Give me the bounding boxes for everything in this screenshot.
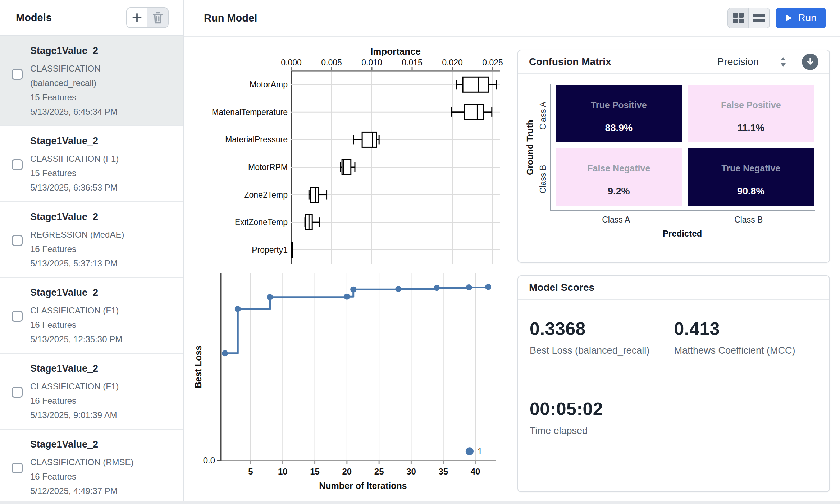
svg-text:Best Loss: Best Loss (193, 345, 203, 388)
score-value: 0.3368 (530, 319, 674, 339)
svg-text:MaterialPressure: MaterialPressure (225, 135, 288, 144)
model-checkbox[interactable] (12, 159, 23, 170)
confusion-matrix-title: Confusion Matrix (529, 56, 611, 68)
grid-view-button[interactable] (728, 8, 749, 28)
rows-view-icon (752, 12, 766, 24)
score-item: 0.3368Best Loss (balanced_recall) (530, 319, 674, 356)
model-name: Stage1Value_2 (30, 439, 172, 450)
score-label: Best Loss (balanced_recall) (530, 345, 674, 356)
score-item: 0.413Matthews Coefficient (MCC) (674, 319, 819, 356)
delete-model-button[interactable] (147, 8, 168, 27)
app-root: Models Stage1 (0, 0, 840, 504)
grid-view-icon (732, 12, 745, 24)
confusion-row-label: Class A (536, 84, 550, 147)
download-confusion-button[interactable] (802, 54, 818, 70)
svg-text:40: 40 (471, 467, 480, 476)
confusion-cells-grid: True Positive88.9%False Positive11.1%Fal… (550, 84, 815, 211)
model-actions-group (126, 7, 169, 28)
model-date: 5/13/2025, 5:37:13 PM (30, 256, 157, 271)
model-list-item[interactable]: Stage1Value_2CLASSIFICATION (F1)16 Featu… (0, 278, 183, 354)
model-type: CLASSIFICATION (RMSE) (30, 455, 157, 469)
plus-icon (131, 12, 143, 24)
score-value: 0.413 (674, 319, 819, 339)
svg-text:20: 20 (342, 467, 352, 476)
svg-text:30: 30 (406, 467, 416, 476)
model-checkbox[interactable] (12, 463, 23, 473)
model-date: 5/13/2025, 12:35:30 PM (30, 332, 157, 347)
model-type: CLASSIFICATION (balanced_recall) (30, 61, 157, 90)
confusion-cell-value: 90.8% (737, 186, 765, 197)
run-button[interactable]: Run (776, 8, 826, 28)
model-list-item[interactable]: Stage1Value_2CLASSIFICATION (balanced_re… (0, 36, 183, 126)
confusion-cell-label: False Negative (587, 163, 650, 174)
metric-sort-button[interactable] (779, 56, 788, 68)
bottom-scroll-strip[interactable] (0, 501, 840, 504)
score-value: 00:05:02 (530, 399, 674, 420)
model-meta: REGRESSION (MedAE)16 Features5/13/2025, … (30, 228, 157, 271)
sidebar-title: Models (16, 12, 52, 24)
svg-text:25: 25 (374, 467, 384, 476)
confusion-cell-value: 9.2% (608, 186, 630, 197)
confusion-matrix-panel: Confusion Matrix Precision (517, 50, 830, 263)
confusion-col-label: Class A (550, 215, 682, 225)
model-scores-panel: Model Scores 0.3368Best Loss (balanced_r… (517, 275, 830, 492)
confusion-row-label: Class B (536, 147, 550, 211)
model-date: 5/13/2025, 6:36:53 PM (30, 180, 157, 195)
model-checkbox[interactable] (12, 311, 23, 322)
model-features: 15 Features (30, 90, 157, 105)
svg-text:MotorAmp: MotorAmp (250, 80, 288, 89)
model-name: Stage1Value_2 (30, 363, 172, 374)
model-type: CLASSIFICATION (F1) (30, 303, 157, 318)
metric-selector[interactable]: Precision (717, 56, 759, 68)
svg-text:0.005: 0.005 (321, 58, 342, 67)
confusion-cell-label: True Negative (721, 163, 780, 174)
confusion-col-labels: Class AClass B (550, 211, 815, 229)
model-list-item[interactable]: Stage1Value_2CLASSIFICATION (F1)16 Featu… (0, 354, 183, 430)
run-button-label: Run (798, 12, 816, 24)
confusion-cell-label: True Positive (591, 100, 647, 110)
svg-text:0.0: 0.0 (203, 455, 215, 465)
model-features: 16 Features (30, 318, 157, 332)
confusion-matrix-body: Ground Truth Class AClass B True Positiv… (518, 74, 829, 244)
model-type: CLASSIFICATION (F1) (30, 379, 157, 394)
add-model-button[interactable] (127, 8, 147, 27)
model-scores-title: Model Scores (529, 282, 594, 293)
view-toggle-group (727, 8, 770, 28)
svg-text:Property1: Property1 (252, 245, 288, 255)
svg-text:5: 5 (248, 467, 253, 476)
model-name: Stage1Value_2 (30, 136, 172, 147)
play-icon (785, 14, 792, 22)
model-checkbox[interactable] (12, 387, 23, 398)
confusion-cell-false-negative: False Negative9.2% (556, 148, 682, 206)
svg-text:0.015: 0.015 (402, 58, 423, 67)
best-loss-chart: 5101520253035400.0Number of IterationsBe… (187, 273, 514, 504)
model-date: 5/13/2025, 6:45:34 PM (30, 105, 157, 119)
sort-arrows-icon (779, 56, 788, 68)
svg-text:0.000: 0.000 (281, 58, 302, 67)
model-name: Stage1Value_2 (30, 45, 172, 56)
model-name: Stage1Value_2 (30, 211, 172, 223)
importance-boxplot-chart: 0.0000.0050.0100.0150.0200.025Importance… (187, 43, 514, 272)
model-type: CLASSIFICATION (F1) (30, 152, 157, 166)
model-list-item[interactable]: Stage1Value_2CLASSIFICATION (F1)15 Featu… (0, 126, 183, 202)
model-list-item[interactable]: Stage1Value_2CLASSIFICATION (RMSE)16 Fea… (0, 430, 183, 504)
confusion-col-label: Class B (682, 215, 815, 225)
model-checkbox[interactable] (12, 69, 23, 80)
model-list-item[interactable]: Stage1Value_2REGRESSION (MedAE)16 Featur… (0, 202, 183, 278)
model-scores-header: Model Scores (518, 276, 829, 300)
rows-view-button[interactable] (749, 8, 769, 28)
metric-cluster: Precision (717, 54, 818, 70)
confusion-cell-false-positive: False Positive11.1% (688, 85, 814, 142)
svg-text:1: 1 (478, 446, 482, 456)
model-name: Stage1Value_2 (30, 287, 172, 298)
sidebar-header: Models (0, 0, 183, 36)
model-meta: CLASSIFICATION (RMSE)16 Features5/12/202… (30, 455, 157, 498)
trash-icon (152, 11, 164, 24)
model-features: 16 Features (30, 469, 157, 484)
model-features: 16 Features (30, 242, 157, 256)
model-meta: CLASSIFICATION (F1)16 Features5/13/2025,… (30, 379, 157, 422)
svg-text:0.025: 0.025 (482, 58, 503, 67)
model-features: 16 Features (30, 394, 157, 408)
model-checkbox[interactable] (12, 235, 23, 246)
model-meta: CLASSIFICATION (F1)16 Features5/13/2025,… (30, 303, 157, 347)
